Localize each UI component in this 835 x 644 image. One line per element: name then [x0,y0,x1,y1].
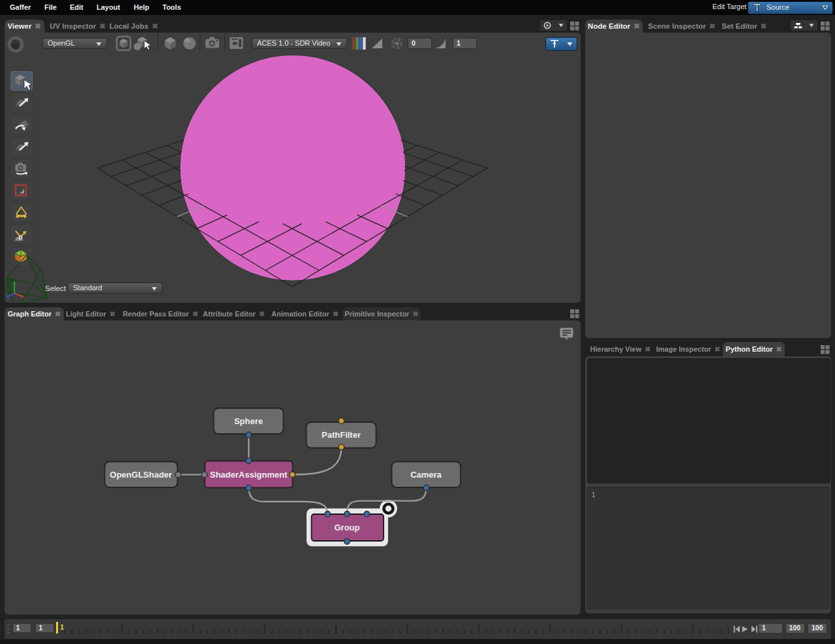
svg-text:Sphere: Sphere [234,416,263,426]
svg-text:Camera: Camera [410,470,442,480]
svg-text:OpenGLShader: OpenGLShader [110,470,172,480]
svg-text:Group: Group [335,523,360,532]
svg-text:ShaderAssignment: ShaderAssignment [210,470,288,480]
svg-text:PathFilter: PathFilter [322,430,361,440]
